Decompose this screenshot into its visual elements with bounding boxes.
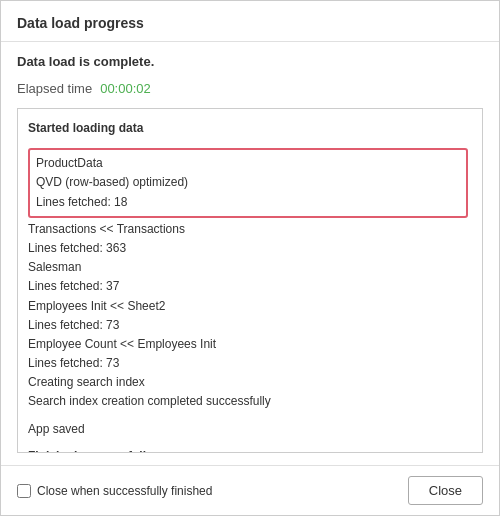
elapsed-label: Elapsed time	[17, 81, 92, 96]
log-lines-73b: Lines fetched: 73	[28, 354, 472, 373]
close-checkbox-label[interactable]: Close when successfully finished	[37, 484, 212, 498]
log-transactions: Transactions << Transactions	[28, 220, 472, 239]
log-area[interactable]: Started loading data ProductData QVD (ro…	[17, 108, 483, 453]
log-started: Started loading data	[28, 119, 472, 138]
close-checkbox-row: Close when successfully finished	[17, 484, 212, 498]
log-app-saved: App saved	[28, 420, 472, 439]
close-checkbox[interactable]	[17, 484, 31, 498]
highlight-line-1: ProductData	[36, 154, 460, 173]
log-lines-73a: Lines fetched: 73	[28, 316, 472, 335]
dialog-body: Data load is complete. Elapsed time 00:0…	[1, 42, 499, 465]
log-salesman: Salesman	[28, 258, 472, 277]
highlight-line-2: QVD (row-based) optimized)	[36, 173, 460, 192]
close-button[interactable]: Close	[408, 476, 483, 505]
log-search-complete: Search index creation completed successf…	[28, 392, 472, 411]
log-employee-count: Employee Count << Employees Init	[28, 335, 472, 354]
highlight-line-3: Lines fetched: 18	[36, 193, 460, 212]
dialog-title: Data load progress	[17, 15, 144, 31]
log-lines-37: Lines fetched: 37	[28, 277, 472, 296]
elapsed-time: 00:00:02	[100, 81, 151, 96]
log-creating-search: Creating search index	[28, 373, 472, 392]
dialog-container: Data load progress Data load is complete…	[0, 0, 500, 516]
highlighted-block: ProductData QVD (row-based) optimized) L…	[28, 148, 468, 218]
status-complete: Data load is complete.	[17, 54, 483, 69]
dialog-header: Data load progress	[1, 1, 499, 42]
log-finished: Finished successfully	[28, 447, 472, 453]
dialog-footer: Close when successfully finished Close	[1, 465, 499, 515]
log-employees-init: Employees Init << Sheet2	[28, 297, 472, 316]
log-lines-363: Lines fetched: 363	[28, 239, 472, 258]
elapsed-row: Elapsed time 00:00:02	[17, 81, 483, 96]
